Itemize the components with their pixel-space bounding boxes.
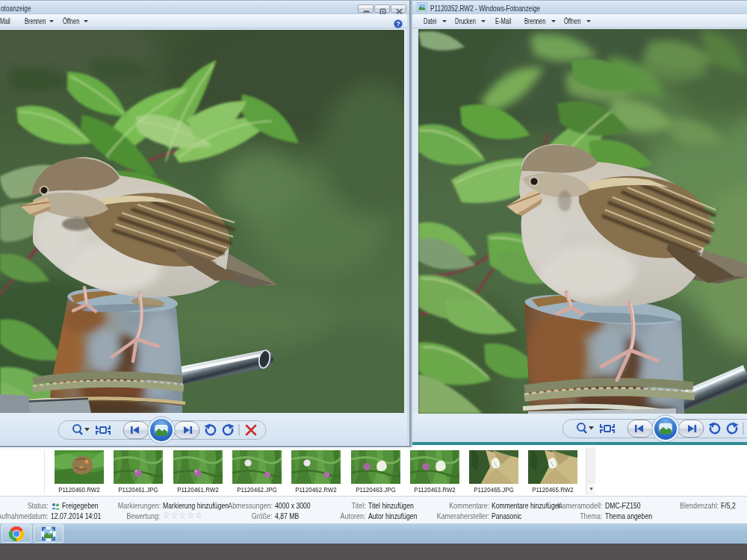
svg-text:?: ? — [396, 20, 400, 28]
